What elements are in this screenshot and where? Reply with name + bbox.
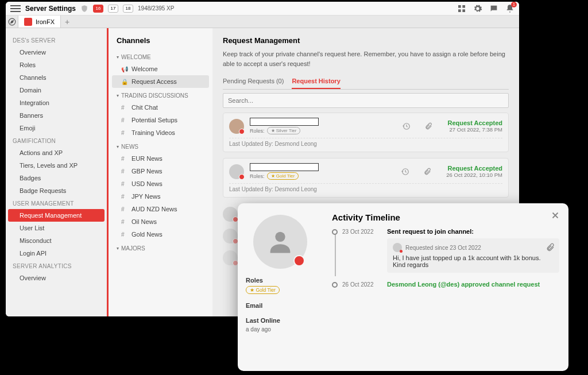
svg-point-5 (275, 232, 285, 242)
sidebar-item-banners[interactable]: Banners (8, 109, 105, 122)
sidebar-item-roles[interactable]: Roles (8, 59, 105, 71)
timeline: 23 Oct 2022 Sent request to join channel… (332, 228, 559, 288)
sidebar-item-misconduct[interactable]: Misconduct (8, 234, 105, 247)
channel-label: Request Access (131, 78, 177, 85)
add-tab-button[interactable]: + (61, 16, 74, 28)
channel-item-welcome[interactable]: 📢Welcome (109, 63, 212, 75)
timeline-message: Hi, I have just topped up a 1k account w… (393, 254, 554, 268)
history-icon[interactable] (401, 168, 409, 176)
tab-history[interactable]: Request History (292, 74, 340, 89)
xp-counter: 1948/2395 XP (138, 5, 174, 11)
request-card[interactable]: Roles: ★ Gold Tier Request Accepted 26 O… (223, 158, 509, 198)
channel-item-aud-nzd-news[interactable]: #AUD NZD News (109, 203, 212, 215)
request-card[interactable]: Roles: ★ Silver Tier Request Accepted 27… (223, 113, 509, 152)
channel-item-request-access[interactable]: 🔒Request Access (112, 75, 209, 88)
channel-item-chit-chat[interactable]: #Chit Chat (109, 101, 212, 114)
svg-rect-0 (458, 5, 461, 8)
modal-timeline-panel: Activity Timeline 23 Oct 2022 Sent reque… (323, 203, 568, 371)
close-icon[interactable] (550, 210, 560, 223)
level-after[interactable]: 18 (123, 5, 133, 13)
channel-label: Welcome (131, 65, 158, 72)
channel-label: AUD NZD News (131, 206, 177, 212)
tab-pending[interactable]: Pending Requests (0) (223, 74, 284, 89)
channel-group[interactable]: NEWS (109, 139, 212, 152)
timeline-date: 26 Oct 2022 (342, 281, 379, 288)
level-next[interactable]: 17 (108, 5, 118, 13)
search-input[interactable] (223, 93, 509, 108)
channel-label: GBP News (131, 168, 163, 175)
level-current[interactable]: 16 (93, 5, 103, 13)
gear-icon[interactable] (473, 4, 482, 13)
attachment-icon[interactable] (424, 122, 432, 130)
channel-item-jpy-news[interactable]: #JPY News (109, 190, 212, 203)
sidebar-item-emoji[interactable]: Emoji (8, 122, 105, 134)
lastonline-value: a day ago (246, 326, 315, 333)
sidebar-item-overview[interactable]: Overview (8, 46, 105, 59)
menu-icon[interactable] (10, 5, 21, 12)
sidebar-item-badges[interactable]: Badges (8, 172, 105, 184)
bell-icon[interactable]: 1 (505, 4, 514, 13)
channel-group[interactable]: WELCOME (109, 49, 212, 63)
main-description: Keep track of your private channel's req… (223, 49, 509, 68)
channel-item-oil-news[interactable]: #Oil News (109, 215, 212, 228)
tab-ironfx[interactable]: IronFX (18, 16, 61, 28)
sidebar-section: SERVER ANALYTICS (6, 260, 107, 272)
channel-item-eur-news[interactable]: #EUR News (109, 152, 212, 165)
channel-icon: 📢 (121, 66, 128, 72)
timeline-dot-icon (332, 229, 338, 235)
timeline-dot-icon (332, 282, 338, 288)
request-date: 26 Oct 2022, 10:10 PM (446, 172, 502, 178)
sidebar-item-login-api[interactable]: Login API (8, 247, 105, 260)
channel-group[interactable]: TRADING DISCUSSIONS (109, 88, 212, 101)
roles-label: Roles (246, 277, 315, 284)
grid-icon[interactable] (457, 4, 466, 13)
chat-icon[interactable] (489, 4, 498, 13)
last-updated: Last Updated By: Desmond Leong (229, 183, 502, 192)
channel-item-training-videos[interactable]: #Training Videos (109, 126, 212, 139)
channel-item-usd-news[interactable]: #USD News (109, 177, 212, 190)
svg-rect-2 (458, 9, 461, 12)
last-updated: Last Updated By: Desmond Leong (229, 138, 502, 147)
channel-group[interactable]: MAJORS (109, 241, 212, 254)
channel-label: Chit Chat (131, 104, 158, 111)
tier-badge: ★ Silver Tier (267, 127, 301, 134)
channel-label: Gold News (131, 231, 163, 238)
main-title: Request Management (223, 36, 509, 45)
attachment-icon[interactable] (546, 243, 555, 252)
sidebar-item-request-management[interactable]: Request Management (8, 209, 105, 222)
history-icon[interactable] (403, 122, 411, 130)
profile-avatar (253, 215, 307, 269)
shield-icon (80, 5, 88, 13)
request-tabs: Pending Requests (0) Request History (223, 74, 509, 90)
svg-rect-3 (462, 9, 465, 12)
timeline-message-box: Requested since 23 Oct 2022 Hi, I have j… (387, 238, 559, 273)
svg-rect-1 (462, 5, 465, 8)
channel-item-potential-setups[interactable]: #Potential Setups (109, 114, 212, 126)
channel-label: USD News (131, 180, 163, 187)
request-date: 27 Oct 2022, 7:38 PM (447, 126, 502, 133)
activity-timeline-modal: Roles ★ Gold Tier Email Last Online a da… (238, 203, 568, 371)
role-chip-gold: ★ Gold Tier (246, 286, 280, 294)
channel-item-gold-news[interactable]: #Gold News (109, 228, 212, 241)
sidebar-item-actions-and-xp[interactable]: Actions and XP (8, 146, 105, 159)
hash-icon: # (121, 168, 128, 175)
request-status: Request Accepted (447, 119, 502, 126)
tab-bar: IronFX + (6, 16, 519, 28)
avatar (223, 250, 238, 265)
request-status: Request Accepted (446, 165, 502, 172)
sidebar-item-integration[interactable]: Integration (8, 96, 105, 109)
compass-icon[interactable] (6, 16, 18, 28)
hash-icon: # (121, 105, 128, 111)
sidebar-item-tiers-levels-and-xp[interactable]: Tiers, Levels and XP (8, 159, 105, 172)
hash-icon: # (121, 181, 128, 187)
channel-label: Potential Setups (131, 117, 177, 123)
attachment-icon[interactable] (423, 168, 431, 176)
sidebar-item-domain[interactable]: Domain (8, 84, 105, 96)
sidebar-item-overview[interactable]: Overview (8, 272, 105, 284)
timeline-item: 23 Oct 2022 Sent request to join channel… (342, 228, 559, 273)
sidebar-item-badge-requests[interactable]: Badge Requests (8, 184, 105, 197)
sidebar-item-user-list[interactable]: User List (8, 222, 105, 234)
timeline-item: 26 Oct 2022 Desmond Leong (@des) approve… (342, 281, 559, 288)
sidebar-item-channels[interactable]: Channels (8, 71, 105, 84)
channel-item-gbp-news[interactable]: #GBP News (109, 165, 212, 177)
